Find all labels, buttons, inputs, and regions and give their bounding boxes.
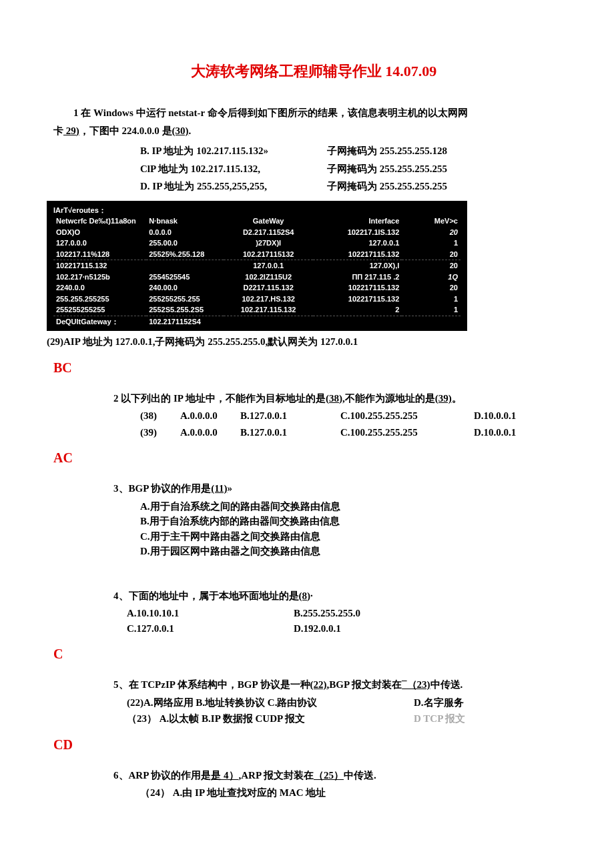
doc-title: 大涛软考网络工程师辅导作业 14.07.09 (73, 60, 554, 82)
q1-opt-b-a: B. IP 地址为 102.217.115.132» (140, 143, 327, 159)
q1-opt-d-a: D. IP 地址为 255.255,255,255, (140, 179, 327, 194)
q6-stem: 6、ARP 协议的作用是是 4）,ARP 报文封装在（25）中传送. (113, 768, 554, 783)
q1-opt-d: D. IP 地址为 255.255,255,255,子网掩码为 255.255.… (140, 179, 554, 194)
q1-opt-c: ClP 地址为 102.217.115.132,子网掩码为 255.255.25… (140, 161, 554, 177)
q1-l1a: 1 在 Windows 中运行 netstat-r 命令后得到如下图所示的结果，… (73, 107, 468, 118)
q1-blank-29: 29) (63, 125, 79, 136)
q3-opt-a: A.用于自治系统之间的路由器间交换路由信息 (140, 499, 554, 514)
q5-answer: CD (53, 735, 554, 755)
q4-a: 4、下面的地址中，属于本地环面地址的是 (113, 590, 299, 601)
q4-s: · (310, 590, 313, 601)
q1-opt-d-b: 子网掩码为 255.255.255.255 (327, 179, 447, 194)
rt-row: 102217.11%12825525%.255.128102.217115132… (53, 249, 460, 260)
rt-row: 255.255.255255255255255.255102.217.HS.13… (53, 294, 460, 305)
rt-h5: MeV>c (402, 215, 460, 227)
rt-h1: Netwcrfc De‰t)11a8on (53, 215, 146, 227)
q4-stem: 4、下面的地址中，属于本地环面地址的是(8)· (113, 588, 554, 604)
q6-blank24: 是 4） (211, 770, 238, 781)
q1-opt-b-b: 子网掩码为 255.255.255.128 (327, 143, 447, 159)
routing-table: IArT√eroutes： Netwcrfc De‰t)11a8on N·bna… (47, 201, 467, 332)
q6-m: ,ARP 报文封装在 (239, 770, 314, 781)
q4-answer: C (53, 644, 554, 664)
q5-blank22: (22) (310, 679, 327, 690)
q3-s: » (227, 483, 232, 494)
rt-caption: IArT√eroutes： (53, 205, 460, 216)
q4-row1: A.10.10.10.1B.255.255.255.0 (127, 606, 554, 621)
q5-a: 5、在 TCPzIP 体系结构中，BGP 协议是一种 (113, 679, 310, 690)
q1-answer: BC (53, 358, 554, 378)
q3-blank11: (11) (211, 483, 227, 494)
q2-a: 2 以下列出的 IP 地址中，不能作为目标地址的是 (113, 393, 326, 404)
q2-m: ,不能作为源地址的是 (342, 393, 435, 404)
q6-blank25: （25） (314, 770, 344, 781)
q2-answer: AC (53, 448, 554, 468)
rt-row: 2240.0.0240.00.0D2217.115.132102217115.1… (53, 282, 460, 294)
q6-line2: （24） A.由 IP 地址查找对应的 MAC 地址 (140, 785, 554, 801)
q4-row2: C.127.0.0.1D.192.0.0.1 (127, 621, 554, 636)
q1-line2: 卡 29)，下图中 224.0.0.0 是(30). (53, 123, 554, 139)
q1-note29: (29)AIP 地址为 127.0.0.1,子网掩码为 255.255.255.… (47, 334, 554, 350)
q1-options: B. IP 地址为 102.217.115.132»子网掩码为 255.255.… (140, 143, 554, 194)
q5-row23: （23） A.以太帧 B.IP 数据报 CUDP 报文D TCP 报文 (127, 711, 554, 727)
rt-row: 102217115.132127.0.0.1127.0X),I20 (53, 260, 460, 272)
rt-h4: Interface (313, 215, 402, 227)
rt-header: Netwcrfc De‰t)11a8on N·bnask GateWay Int… (53, 215, 460, 227)
q5-stem: 5、在 TCPzIP 体系结构中，BGP 协议是一种(22),BGP 报文封装在… (113, 677, 554, 693)
q3-opt-c: C.用于主干网中路由器之间交换路由信息 (140, 529, 554, 544)
q6-s: 中传送. (344, 770, 376, 781)
q2-blank38: (38) (326, 393, 342, 404)
q2-blank39: (39) (435, 393, 452, 404)
q2-row39: (39)A.0.0.0.0B.127.0.0.1C.100.255.255.25… (140, 425, 554, 440)
q1-opt-c-b: 子网掩码为 255.255.255.255 (327, 161, 447, 177)
q5-m: ,BGP 报文封装在 (327, 679, 402, 690)
rt-grid: Netwcrfc De‰t)11a8on N·bnask GateWay Int… (53, 215, 460, 327)
q1-l1b-mid: ，下图中 224.0.0.0 是 (79, 125, 172, 136)
q4-options: A.10.10.10.1B.255.255.255.0 C.127.0.0.1D… (127, 606, 554, 636)
q5-options: (22)A.网络应用 B.地址转换协议 C.路由协议D.名字服务 （23） A.… (127, 695, 554, 727)
q1-opt-c-a: ClP 地址为 102.217.115.132, (140, 161, 327, 177)
rt-row: 102.217·n5125b2554525545102.2IZ115U2ΠΠ 2… (53, 272, 460, 283)
q5-s: 中传送. (430, 679, 463, 690)
q3-opt-d: D.用于园区网中路由器之间交换路由信息 (140, 544, 554, 559)
q1-blank-30: (30) (172, 125, 189, 136)
q3-a: 3、BGP 协议的作用是 (113, 483, 211, 494)
q2-stem: 2 以下列出的 IP 地址中，不能作为目标地址的是(38),不能作为源地址的是(… (113, 391, 554, 406)
rt-footer: DeQUltGateway：102.2171152S4 (53, 316, 460, 327)
q1-l1b-pre: 卡 (53, 125, 63, 136)
q2-row38: (38)A.0.0.0.0B.127.0.0.1C.100.255.255.25… (140, 408, 554, 424)
q6-a: 6、ARP 协议的作用是 (113, 770, 211, 781)
q3-stem: 3、BGP 协议的作用是(11)» (113, 481, 554, 496)
q2-options: (38)A.0.0.0.0B.127.0.0.1C.100.255.255.25… (140, 408, 554, 440)
rt-h2: N·bnask (146, 215, 224, 227)
q1-l1b-suf: . (189, 125, 192, 136)
q5-row22: (22)A.网络应用 B.地址转换协议 C.路由协议D.名字服务 (127, 695, 554, 711)
q1-line1: 1 在 Windows 中运行 netstat-r 命令后得到如下图所示的结果，… (73, 105, 554, 121)
q2-s: 。 (452, 393, 462, 404)
rt-row: 2552552552552552S5.255.2S5102.217.115.13… (53, 304, 460, 316)
rt-h3: GateWay (224, 215, 312, 227)
q4-blank8: (8) (299, 590, 311, 601)
rt-row: 127.0.0.0255.00.0)27DX)I127.0.0.11 (53, 238, 460, 249)
q5-blank23: ¯（23) (402, 679, 430, 690)
rt-row: ODX)O0.0.0.0D2.217.1152S4102217.1IS.1322… (53, 227, 460, 238)
q1-opt-b: B. IP 地址为 102.217.115.132»子网掩码为 255.255.… (140, 143, 554, 159)
q3-opt-b: B.用于自治系统内部的路由器间交换路由信息 (140, 514, 554, 529)
